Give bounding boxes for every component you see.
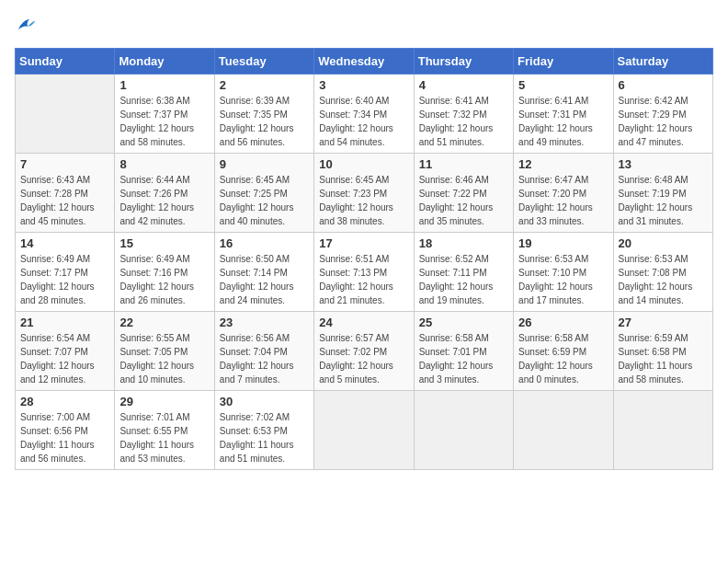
day-number: 19	[518, 236, 608, 250]
day-number: 28	[20, 395, 109, 408]
day-info: Sunrise: 6:39 AM Sunset: 7:35 PM Dayligh…	[220, 94, 309, 149]
calendar-cell: 7Sunrise: 6:43 AM Sunset: 7:28 PM Daylig…	[16, 154, 115, 233]
day-info: Sunrise: 6:49 AM Sunset: 7:16 PM Dayligh…	[119, 252, 209, 307]
calendar-cell: 10Sunrise: 6:45 AM Sunset: 7:23 PM Dayli…	[314, 154, 414, 233]
weekday-header-tuesday: Tuesday	[214, 49, 313, 75]
day-info: Sunrise: 6:38 AM Sunset: 7:37 PM Dayligh…	[119, 94, 209, 149]
calendar-cell: 12Sunrise: 6:47 AM Sunset: 7:20 PM Dayli…	[514, 154, 613, 233]
day-number: 24	[319, 316, 408, 329]
calendar-cell: 9Sunrise: 6:45 AM Sunset: 7:25 PM Daylig…	[214, 154, 313, 233]
calendar-cell: 30Sunrise: 7:02 AM Sunset: 6:53 PM Dayli…	[214, 391, 313, 470]
calendar-cell: 3Sunrise: 6:40 AM Sunset: 7:34 PM Daylig…	[314, 75, 414, 154]
calendar-cell: 18Sunrise: 6:52 AM Sunset: 7:11 PM Dayli…	[414, 233, 513, 312]
calendar-cell: 11Sunrise: 6:46 AM Sunset: 7:22 PM Dayli…	[414, 154, 513, 233]
day-info: Sunrise: 6:58 AM Sunset: 6:59 PM Dayligh…	[518, 331, 608, 386]
day-number: 10	[319, 157, 408, 171]
day-info: Sunrise: 6:41 AM Sunset: 7:32 PM Dayligh…	[419, 94, 508, 149]
day-info: Sunrise: 7:00 AM Sunset: 6:56 PM Dayligh…	[20, 410, 109, 465]
day-number: 15	[119, 236, 209, 250]
day-info: Sunrise: 7:01 AM Sunset: 6:55 PM Dayligh…	[119, 410, 209, 465]
day-number: 18	[419, 236, 508, 250]
day-number: 29	[119, 395, 209, 408]
weekday-header-saturday: Saturday	[613, 49, 712, 75]
calendar-week-row: 28Sunrise: 7:00 AM Sunset: 6:56 PM Dayli…	[16, 391, 713, 470]
calendar-cell: 13Sunrise: 6:48 AM Sunset: 7:19 PM Dayli…	[613, 154, 712, 233]
day-info: Sunrise: 6:41 AM Sunset: 7:31 PM Dayligh…	[518, 94, 608, 149]
weekday-header-thursday: Thursday	[414, 49, 513, 75]
calendar-cell	[514, 391, 613, 470]
day-info: Sunrise: 6:47 AM Sunset: 7:20 PM Dayligh…	[518, 173, 608, 228]
calendar-cell: 26Sunrise: 6:58 AM Sunset: 6:59 PM Dayli…	[514, 312, 613, 391]
calendar-cell: 17Sunrise: 6:51 AM Sunset: 7:13 PM Dayli…	[314, 233, 414, 312]
calendar-week-row: 21Sunrise: 6:54 AM Sunset: 7:07 PM Dayli…	[16, 312, 713, 391]
day-info: Sunrise: 6:40 AM Sunset: 7:34 PM Dayligh…	[319, 94, 408, 149]
calendar-table: SundayMondayTuesdayWednesdayThursdayFrid…	[15, 48, 713, 470]
calendar-cell: 29Sunrise: 7:01 AM Sunset: 6:55 PM Dayli…	[115, 391, 214, 470]
weekday-header-monday: Monday	[115, 49, 214, 75]
day-info: Sunrise: 6:51 AM Sunset: 7:13 PM Dayligh…	[319, 252, 408, 307]
calendar-cell: 16Sunrise: 6:50 AM Sunset: 7:14 PM Dayli…	[214, 233, 313, 312]
calendar-cell	[16, 75, 115, 154]
day-info: Sunrise: 6:49 AM Sunset: 7:17 PM Dayligh…	[20, 252, 109, 307]
logo-bird-icon	[15, 15, 37, 37]
calendar-cell: 5Sunrise: 6:41 AM Sunset: 7:31 PM Daylig…	[514, 75, 613, 154]
day-info: Sunrise: 6:48 AM Sunset: 7:19 PM Dayligh…	[619, 173, 708, 228]
day-number: 11	[419, 157, 508, 171]
day-number: 3	[319, 78, 408, 92]
calendar-cell: 6Sunrise: 6:42 AM Sunset: 7:29 PM Daylig…	[613, 75, 712, 154]
calendar-cell: 24Sunrise: 6:57 AM Sunset: 7:02 PM Dayli…	[314, 312, 414, 391]
day-number: 27	[619, 316, 708, 329]
calendar-cell: 19Sunrise: 6:53 AM Sunset: 7:10 PM Dayli…	[514, 233, 613, 312]
calendar-cell: 2Sunrise: 6:39 AM Sunset: 7:35 PM Daylig…	[214, 75, 313, 154]
page-header	[15, 15, 713, 37]
day-info: Sunrise: 7:02 AM Sunset: 6:53 PM Dayligh…	[220, 410, 309, 465]
calendar-cell: 8Sunrise: 6:44 AM Sunset: 7:26 PM Daylig…	[115, 154, 214, 233]
calendar-cell: 23Sunrise: 6:56 AM Sunset: 7:04 PM Dayli…	[214, 312, 313, 391]
day-number: 7	[20, 157, 109, 171]
calendar-cell: 14Sunrise: 6:49 AM Sunset: 7:17 PM Dayli…	[16, 233, 115, 312]
logo	[15, 15, 40, 37]
calendar-cell	[414, 391, 513, 470]
calendar-cell	[314, 391, 414, 470]
calendar-cell: 25Sunrise: 6:58 AM Sunset: 7:01 PM Dayli…	[414, 312, 513, 391]
day-number: 22	[119, 316, 209, 329]
day-number: 16	[220, 236, 309, 250]
weekday-header-sunday: Sunday	[16, 49, 115, 75]
day-info: Sunrise: 6:55 AM Sunset: 7:05 PM Dayligh…	[119, 331, 209, 386]
day-info: Sunrise: 6:59 AM Sunset: 6:58 PM Dayligh…	[619, 331, 708, 386]
day-info: Sunrise: 6:43 AM Sunset: 7:28 PM Dayligh…	[20, 173, 109, 228]
day-number: 1	[119, 78, 209, 92]
day-number: 13	[619, 157, 708, 171]
day-number: 9	[220, 157, 309, 171]
calendar-cell: 22Sunrise: 6:55 AM Sunset: 7:05 PM Dayli…	[115, 312, 214, 391]
calendar-cell: 27Sunrise: 6:59 AM Sunset: 6:58 PM Dayli…	[613, 312, 712, 391]
day-number: 21	[20, 316, 109, 329]
day-info: Sunrise: 6:50 AM Sunset: 7:14 PM Dayligh…	[220, 252, 309, 307]
day-number: 17	[319, 236, 408, 250]
day-info: Sunrise: 6:44 AM Sunset: 7:26 PM Dayligh…	[119, 173, 209, 228]
calendar-cell	[613, 391, 712, 470]
calendar-cell: 15Sunrise: 6:49 AM Sunset: 7:16 PM Dayli…	[115, 233, 214, 312]
day-info: Sunrise: 6:45 AM Sunset: 7:25 PM Dayligh…	[220, 173, 309, 228]
calendar-cell: 1Sunrise: 6:38 AM Sunset: 7:37 PM Daylig…	[115, 75, 214, 154]
calendar-cell: 4Sunrise: 6:41 AM Sunset: 7:32 PM Daylig…	[414, 75, 513, 154]
day-number: 2	[220, 78, 309, 92]
day-number: 6	[619, 78, 708, 92]
day-number: 20	[619, 236, 708, 250]
calendar-header-row: SundayMondayTuesdayWednesdayThursdayFrid…	[16, 49, 713, 75]
calendar-cell: 28Sunrise: 7:00 AM Sunset: 6:56 PM Dayli…	[16, 391, 115, 470]
day-info: Sunrise: 6:46 AM Sunset: 7:22 PM Dayligh…	[419, 173, 508, 228]
day-info: Sunrise: 6:53 AM Sunset: 7:08 PM Dayligh…	[619, 252, 708, 307]
calendar-cell: 20Sunrise: 6:53 AM Sunset: 7:08 PM Dayli…	[613, 233, 712, 312]
weekday-header-wednesday: Wednesday	[314, 49, 414, 75]
day-info: Sunrise: 6:56 AM Sunset: 7:04 PM Dayligh…	[220, 331, 309, 386]
day-number: 30	[220, 395, 309, 408]
day-info: Sunrise: 6:57 AM Sunset: 7:02 PM Dayligh…	[319, 331, 408, 386]
day-number: 4	[419, 78, 508, 92]
day-info: Sunrise: 6:42 AM Sunset: 7:29 PM Dayligh…	[619, 94, 708, 149]
day-info: Sunrise: 6:58 AM Sunset: 7:01 PM Dayligh…	[419, 331, 508, 386]
weekday-header-friday: Friday	[514, 49, 613, 75]
day-number: 25	[419, 316, 508, 329]
calendar-body: 1Sunrise: 6:38 AM Sunset: 7:37 PM Daylig…	[16, 75, 713, 470]
day-number: 8	[119, 157, 209, 171]
